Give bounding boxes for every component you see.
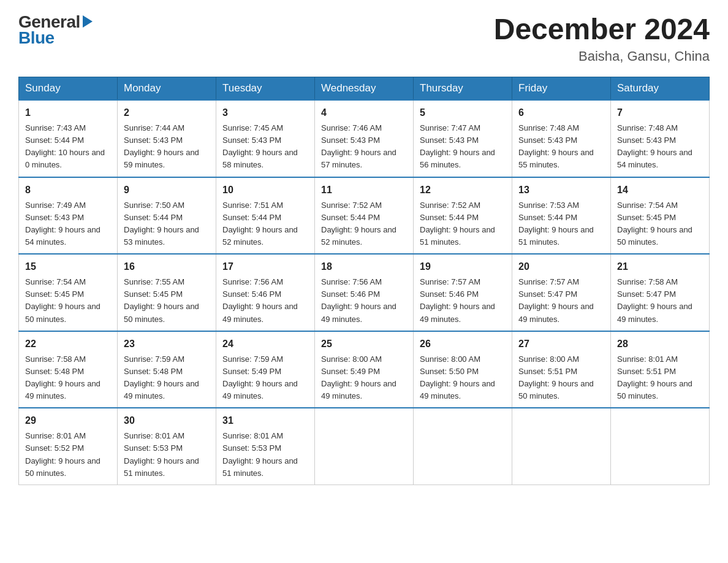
day-info: Sunrise: 8:01 AMSunset: 5:51 PMDaylight:…: [617, 354, 692, 400]
col-tuesday: Tuesday: [216, 77, 315, 101]
day-info: Sunrise: 7:55 AMSunset: 5:45 PMDaylight:…: [124, 277, 199, 323]
table-row: 1 Sunrise: 7:43 AMSunset: 5:44 PMDayligh…: [19, 100, 118, 177]
table-row: 2 Sunrise: 7:44 AMSunset: 5:43 PMDayligh…: [118, 100, 216, 177]
col-saturday: Saturday: [611, 77, 710, 101]
day-info: Sunrise: 7:43 AMSunset: 5:44 PMDaylight:…: [25, 123, 105, 169]
page-header: General Blue December 2024 Baisha, Gansu…: [18, 12, 710, 64]
day-info: Sunrise: 7:54 AMSunset: 5:45 PMDaylight:…: [25, 277, 100, 323]
day-info: Sunrise: 7:46 AMSunset: 5:43 PMDaylight:…: [321, 123, 396, 169]
table-row: 14 Sunrise: 7:54 AMSunset: 5:45 PMDaylig…: [611, 177, 710, 255]
col-friday: Friday: [512, 77, 611, 101]
day-info: Sunrise: 7:59 AMSunset: 5:49 PMDaylight:…: [222, 354, 298, 400]
day-number: 3: [222, 105, 308, 120]
day-number: 16: [124, 259, 210, 274]
calendar-week-row: 1 Sunrise: 7:43 AMSunset: 5:44 PMDayligh…: [19, 100, 710, 177]
day-number: 22: [25, 337, 111, 351]
day-number: 18: [321, 259, 407, 274]
day-info: Sunrise: 8:00 AMSunset: 5:51 PMDaylight:…: [518, 354, 594, 400]
day-number: 8: [25, 183, 111, 197]
main-title: December 2024: [494, 12, 710, 46]
day-info: Sunrise: 8:00 AMSunset: 5:50 PMDaylight:…: [420, 354, 495, 400]
table-row: 9 Sunrise: 7:50 AMSunset: 5:44 PMDayligh…: [118, 177, 216, 255]
col-monday: Monday: [118, 77, 216, 101]
table-row: 11 Sunrise: 7:52 AMSunset: 5:44 PMDaylig…: [315, 177, 414, 255]
table-row: 7 Sunrise: 7:48 AMSunset: 5:43 PMDayligh…: [611, 100, 710, 177]
day-number: 17: [222, 259, 308, 274]
day-info: Sunrise: 7:50 AMSunset: 5:44 PMDaylight:…: [124, 201, 199, 247]
day-info: Sunrise: 7:47 AMSunset: 5:43 PMDaylight:…: [420, 123, 495, 169]
logo: General Blue: [18, 12, 93, 48]
table-row: [414, 408, 512, 484]
day-number: 26: [420, 337, 506, 351]
table-row: 22 Sunrise: 7:58 AMSunset: 5:48 PMDaylig…: [19, 331, 118, 408]
day-info: Sunrise: 7:59 AMSunset: 5:48 PMDaylight:…: [124, 354, 199, 400]
day-number: 30: [124, 413, 210, 428]
table-row: 6 Sunrise: 7:48 AMSunset: 5:43 PMDayligh…: [512, 100, 611, 177]
day-info: Sunrise: 7:49 AMSunset: 5:43 PMDaylight:…: [25, 201, 100, 247]
day-info: Sunrise: 7:54 AMSunset: 5:45 PMDaylight:…: [617, 201, 692, 247]
day-number: 19: [420, 259, 506, 274]
table-row: 30 Sunrise: 8:01 AMSunset: 5:53 PMDaylig…: [118, 408, 216, 484]
day-info: Sunrise: 7:58 AMSunset: 5:47 PMDaylight:…: [617, 277, 692, 323]
day-number: 23: [124, 337, 210, 351]
calendar-week-row: 15 Sunrise: 7:54 AMSunset: 5:45 PMDaylig…: [19, 254, 710, 331]
table-row: 21 Sunrise: 7:58 AMSunset: 5:47 PMDaylig…: [611, 254, 710, 331]
day-info: Sunrise: 7:48 AMSunset: 5:43 PMDaylight:…: [518, 123, 594, 169]
day-number: 7: [617, 105, 703, 120]
day-number: 27: [518, 337, 604, 351]
day-info: Sunrise: 7:48 AMSunset: 5:43 PMDaylight:…: [617, 123, 692, 169]
day-number: 5: [420, 105, 506, 120]
table-row: 12 Sunrise: 7:52 AMSunset: 5:44 PMDaylig…: [414, 177, 512, 255]
day-number: 28: [617, 337, 703, 351]
day-number: 31: [222, 413, 308, 428]
day-info: Sunrise: 7:45 AMSunset: 5:43 PMDaylight:…: [222, 123, 298, 169]
day-number: 1: [25, 105, 111, 120]
day-info: Sunrise: 8:01 AMSunset: 5:53 PMDaylight:…: [222, 431, 298, 477]
day-number: 2: [124, 105, 210, 120]
day-number: 11: [321, 183, 407, 197]
day-info: Sunrise: 7:57 AMSunset: 5:47 PMDaylight:…: [518, 277, 594, 323]
day-number: 4: [321, 105, 407, 120]
table-row: [512, 408, 611, 484]
day-number: 10: [222, 183, 308, 197]
day-info: Sunrise: 7:53 AMSunset: 5:44 PMDaylight:…: [518, 201, 594, 247]
logo-blue-text: Blue: [18, 28, 55, 48]
day-number: 21: [617, 259, 703, 274]
day-number: 9: [124, 183, 210, 197]
day-info: Sunrise: 8:01 AMSunset: 5:53 PMDaylight:…: [124, 431, 199, 477]
table-row: 8 Sunrise: 7:49 AMSunset: 5:43 PMDayligh…: [19, 177, 118, 255]
table-row: 27 Sunrise: 8:00 AMSunset: 5:51 PMDaylig…: [512, 331, 611, 408]
day-info: Sunrise: 7:57 AMSunset: 5:46 PMDaylight:…: [420, 277, 495, 323]
col-wednesday: Wednesday: [315, 77, 414, 101]
table-row: 24 Sunrise: 7:59 AMSunset: 5:49 PMDaylig…: [216, 331, 315, 408]
subtitle: Baisha, Gansu, China: [494, 48, 710, 64]
col-thursday: Thursday: [414, 77, 512, 101]
table-row: 17 Sunrise: 7:56 AMSunset: 5:46 PMDaylig…: [216, 254, 315, 331]
table-row: 19 Sunrise: 7:57 AMSunset: 5:46 PMDaylig…: [414, 254, 512, 331]
day-number: 13: [518, 183, 604, 197]
table-row: 16 Sunrise: 7:55 AMSunset: 5:45 PMDaylig…: [118, 254, 216, 331]
calendar-week-row: 22 Sunrise: 7:58 AMSunset: 5:48 PMDaylig…: [19, 331, 710, 408]
day-number: 12: [420, 183, 506, 197]
table-row: 28 Sunrise: 8:01 AMSunset: 5:51 PMDaylig…: [611, 331, 710, 408]
table-row: 5 Sunrise: 7:47 AMSunset: 5:43 PMDayligh…: [414, 100, 512, 177]
table-row: [315, 408, 414, 484]
table-row: 23 Sunrise: 7:59 AMSunset: 5:48 PMDaylig…: [118, 331, 216, 408]
day-number: 24: [222, 337, 308, 351]
calendar-week-row: 8 Sunrise: 7:49 AMSunset: 5:43 PMDayligh…: [19, 177, 710, 255]
day-info: Sunrise: 8:01 AMSunset: 5:52 PMDaylight:…: [25, 431, 100, 477]
day-number: 20: [518, 259, 604, 274]
table-row: 13 Sunrise: 7:53 AMSunset: 5:44 PMDaylig…: [512, 177, 611, 255]
day-info: Sunrise: 7:56 AMSunset: 5:46 PMDaylight:…: [222, 277, 298, 323]
col-sunday: Sunday: [19, 77, 118, 101]
day-info: Sunrise: 7:51 AMSunset: 5:44 PMDaylight:…: [222, 201, 298, 247]
table-row: 4 Sunrise: 7:46 AMSunset: 5:43 PMDayligh…: [315, 100, 414, 177]
table-row: 15 Sunrise: 7:54 AMSunset: 5:45 PMDaylig…: [19, 254, 118, 331]
title-block: December 2024 Baisha, Gansu, China: [494, 12, 710, 64]
day-info: Sunrise: 7:52 AMSunset: 5:44 PMDaylight:…: [321, 201, 396, 247]
table-row: 3 Sunrise: 7:45 AMSunset: 5:43 PMDayligh…: [216, 100, 315, 177]
table-row: 29 Sunrise: 8:01 AMSunset: 5:52 PMDaylig…: [19, 408, 118, 484]
day-number: 14: [617, 183, 703, 197]
calendar-table: Sunday Monday Tuesday Wednesday Thursday…: [18, 77, 710, 485]
calendar-header-row: Sunday Monday Tuesday Wednesday Thursday…: [19, 77, 710, 101]
